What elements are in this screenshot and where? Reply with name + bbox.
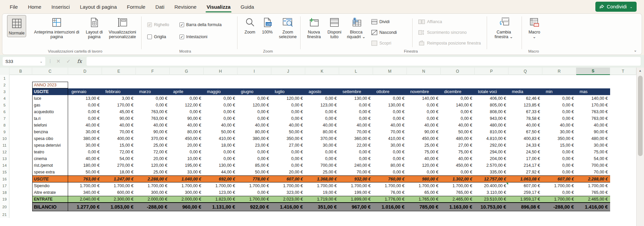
cell-r6-c6[interactable]: 0,00 € — [271, 108, 305, 115]
cell-r6-c10[interactable]: 0,00 € — [407, 108, 441, 115]
cell-r20-c15[interactable]: 1.416,00 € — [576, 203, 610, 211]
column-header-T[interactable]: T — [610, 68, 636, 75]
cell-r11-c7[interactable]: 30,00 € — [305, 142, 339, 149]
cell-r4-c6[interactable]: 120,00 € — [271, 95, 305, 102]
cell-r13-c0[interactable]: 40,00 € — [68, 155, 102, 162]
cell-r18-c8[interactable]: 199,00 € — [339, 189, 373, 196]
cell-r7-c8[interactable]: 0,00 € — [339, 115, 373, 122]
cell-B21[interactable] — [9, 211, 32, 218]
cell-r8-c9[interactable]: 40,00 € — [373, 122, 407, 129]
cell-r16-c15[interactable]: 2.288,00 € — [576, 175, 610, 182]
cell-r4-c12[interactable]: 406,00 € — [475, 95, 508, 102]
cell-r17-c6[interactable]: 1.700,00 € — [271, 182, 305, 189]
cell-r10-c6[interactable]: 350,00 € — [271, 135, 305, 142]
insert-function-icon[interactable]: fx — [74, 57, 85, 66]
cell-r7-c6[interactable]: 0,00 € — [271, 115, 305, 122]
column-header-I[interactable]: I — [237, 68, 271, 75]
cell-r12-c6[interactable]: 0,00 € — [271, 149, 305, 155]
cell-B3[interactable] — [9, 88, 32, 95]
cell-r5-c10[interactable]: 0,00 € — [407, 102, 441, 108]
cell-r9-c6[interactable]: 50,00 € — [271, 129, 305, 135]
cell-r12-c7[interactable]: 0,00 € — [305, 149, 339, 155]
cell-B20[interactable] — [9, 203, 32, 211]
cell-r17-c12[interactable]: 20.400,00 € — [475, 182, 508, 189]
cell-r19-c6[interactable]: 2.023,00 € — [271, 196, 305, 203]
cell-r9-c9[interactable]: 70,00 € — [373, 129, 407, 135]
cell-r6-c9[interactable]: 0,00 € — [373, 108, 407, 115]
cell-r4-c4[interactable]: 0,00 € — [204, 95, 237, 102]
cell-r8-c4[interactable]: 40,00 € — [204, 122, 237, 129]
cell-r8-c12[interactable]: 480,00 € — [475, 122, 508, 129]
column-header-P[interactable]: P — [475, 68, 508, 75]
cell-r6-c4[interactable]: 0,00 € — [204, 108, 237, 115]
cell-r14-c1[interactable]: 270,00 € — [102, 162, 136, 169]
column-header-R[interactable]: R — [542, 68, 576, 75]
cell-r19-c1[interactable]: 2.300,00 € — [102, 196, 136, 203]
row-number-15[interactable]: 15 — [0, 169, 9, 175]
row-number-1[interactable]: 1 — [0, 75, 9, 82]
cell-r13-c6[interactable]: 0,00 € — [271, 155, 305, 162]
cell-r18-c15[interactable]: 765,00 € — [576, 189, 610, 196]
row-number-20[interactable]: 20 — [0, 203, 9, 211]
cell-r9-c13[interactable]: 67,50 € — [508, 129, 542, 135]
cell-r19-c13[interactable]: 1.959,17 € — [508, 196, 542, 203]
barra-della-formula-checkbox[interactable]: ✓ Barra della formula — [179, 22, 222, 27]
cell-r20-c1[interactable]: 1.053,00 € — [102, 203, 136, 211]
cell-r12-c10[interactable]: 75,00 € — [407, 149, 441, 155]
cell-r5-c0[interactable]: 0,00 € — [68, 102, 102, 108]
row-number-4[interactable]: 4 — [0, 95, 9, 102]
cell-r8-c8[interactable]: 40,00 € — [339, 122, 373, 129]
cell-r6-c5[interactable]: 0,00 € — [237, 108, 271, 115]
row-label-bilancio[interactable]: BILANCIO — [32, 203, 68, 211]
cell-r5-c8[interactable]: 0,00 € — [339, 102, 373, 108]
macro-button[interactable]: Macro⌄ — [526, 16, 543, 40]
cell-r17-c11[interactable]: 1.700,00 € — [441, 182, 475, 189]
cell-r12-c4[interactable]: 0,00 € — [204, 149, 237, 155]
cell-r4-c10[interactable]: 140,00 € — [407, 95, 441, 102]
cell-r17-c5[interactable]: 1.700,00 € — [237, 182, 271, 189]
cell-r17-c13[interactable]: 607,00 € — [508, 182, 542, 189]
cell-r19-c15[interactable]: 2.465,00 € — [576, 196, 610, 203]
cell-r20-c2[interactable]: -288,00 € — [136, 203, 170, 211]
row-number-2[interactable]: 2 — [0, 82, 9, 88]
cell-r18-c14[interactable]: 0,00 € — [542, 189, 576, 196]
layout-di-pagina-button[interactable]: Layout di pagina — [82, 16, 106, 40]
cell-r20-c4[interactable]: 1.131,00 € — [204, 203, 237, 211]
cell-r10-c12[interactable]: 4.810,00 € — [475, 135, 508, 142]
cell-r11-c11[interactable]: 27,00 € — [441, 142, 475, 149]
cell-r20-c8[interactable]: 967,00 € — [339, 203, 373, 211]
row-label-spesa-cibo[interactable]: spesa cibo — [32, 135, 68, 142]
cell-r9-c1[interactable]: 70,00 € — [102, 129, 136, 135]
cell-r9-c11[interactable]: 50,00 € — [441, 129, 475, 135]
cell-r8-c5[interactable]: 40,00 € — [237, 122, 271, 129]
cell-r14-c8[interactable]: 240,00 € — [339, 162, 373, 169]
cell-r6-c12[interactable]: 808,00 € — [475, 108, 508, 115]
cell-r18-c13[interactable]: 259,17 € — [508, 189, 542, 196]
cell-r5-c6[interactable]: 0,00 € — [271, 102, 305, 108]
cell-r18-c6[interactable]: 323,00 € — [271, 189, 305, 196]
cell-r12-c14[interactable]: 0,00 € — [542, 149, 576, 155]
cell-r11-c2[interactable]: 25,00 € — [136, 142, 170, 149]
cell-r10-c13[interactable]: 400,83 € — [508, 135, 542, 142]
cell-r8-c14[interactable]: 40,00 € — [542, 122, 576, 129]
cell-r13-c13[interactable]: 17,00 € — [508, 155, 542, 162]
cell-r10-c5[interactable]: 380,00 € — [237, 135, 271, 142]
disponi-tutto-button[interactable]: Disponi tutto — [325, 16, 344, 40]
table-header-gennaio[interactable]: gennaio — [68, 88, 102, 95]
cell-B2[interactable] — [9, 82, 32, 88]
cell-r4-c15[interactable]: 140,00 € — [576, 95, 610, 102]
cell-r13-c11[interactable]: 40,00 € — [441, 155, 475, 162]
cell-r9-c3[interactable]: 80,00 € — [170, 129, 204, 135]
cell-r13-c1[interactable]: 54,00 € — [102, 155, 136, 162]
cell-B18[interactable] — [9, 189, 32, 196]
column-header-F[interactable]: F — [136, 68, 170, 75]
cell-r20-c7[interactable]: 351,00 € — [305, 203, 339, 211]
table-header-marzo[interactable]: marzo — [136, 88, 170, 95]
row-label-benzina[interactable]: benzina — [32, 129, 68, 135]
cell-r14-c15[interactable]: 700,00 € — [576, 162, 610, 169]
cell-r20-c6[interactable]: 1.416,00 € — [271, 203, 305, 211]
table-header-min[interactable]: min — [542, 88, 576, 95]
cell-r6-c2[interactable]: 763,00 € — [136, 108, 170, 115]
table-header-uscite[interactable]: USCITE — [32, 88, 68, 95]
row-label-gas[interactable]: gas — [32, 102, 68, 108]
